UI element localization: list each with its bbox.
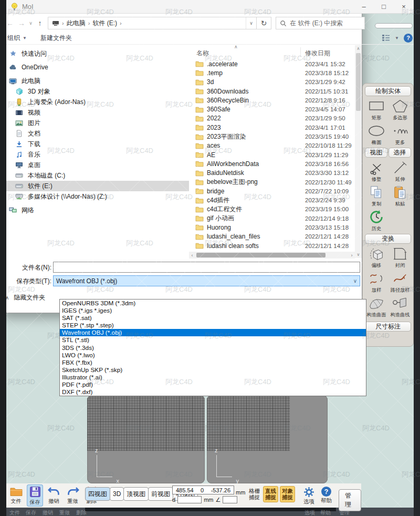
scrollbar-thumb[interactable] <box>196 253 326 257</box>
format-option[interactable]: STEP (*.stp *.step) <box>60 322 366 329</box>
address-bar[interactable]: › 此电脑 › 软件 (E:) › ∨ <box>48 17 257 29</box>
tool-button[interactable]: 延伸 <box>388 159 412 183</box>
tool-button[interactable]: 构造曲面 <box>364 294 388 319</box>
options-button[interactable]: 选项 <box>303 487 314 505</box>
address-dropdown-icon[interactable]: ∨ <box>246 17 256 29</box>
sidebar-item[interactable]: 本地磁盘 (C:) <box>0 170 189 181</box>
refresh-button[interactable]: ↻ <box>257 17 271 29</box>
column-header-date[interactable]: 修改日期 <box>305 49 330 58</box>
format-option[interactable]: Illustrator (*.ai) <box>60 374 366 381</box>
column-header-name[interactable]: 名称 <box>196 49 209 58</box>
file-row[interactable]: 360Safe2023/4/5 14:07 <box>189 105 355 113</box>
tool-button[interactable]: 历史 <box>364 208 388 233</box>
file-row[interactable]: 20222023/1/29 9:50 <box>189 114 355 123</box>
sidebar-item[interactable]: 多媒体设计 (\\Ador-Nas) (Z:) <box>0 191 189 202</box>
format-option[interactable]: STL (*.stl) <box>60 336 366 344</box>
sidebar-item[interactable]: 上海爱朵 (Ador-Nas) <box>0 97 189 107</box>
panel-tab[interactable]: 视图 <box>365 148 387 158</box>
scroll-down-icon[interactable]: ∨ <box>355 251 362 258</box>
toolbar-undo-button[interactable]: 撤销 <box>46 484 62 507</box>
viewport-front[interactable]: z x <box>87 395 205 483</box>
sidebar-item[interactable]: OneDrive <box>0 62 189 73</box>
file-row[interactable]: AliWorkbenchData2023/3/18 16:56 <box>189 159 355 168</box>
sidebar-item[interactable]: 图片 <box>0 118 189 128</box>
scroll-right-icon[interactable]: › <box>349 252 355 259</box>
sidebar-item[interactable]: 文档 <box>0 128 189 139</box>
sidebar-item[interactable]: 视频 <box>0 107 189 118</box>
file-row[interactable]: .accelerate2023/4/1 15:32 <box>189 59 355 68</box>
tool-button[interactable]: 路径放样 <box>388 270 412 294</box>
tool-button[interactable]: 粘贴 <box>388 183 412 208</box>
format-option[interactable]: DXF (*.dxf) <box>60 388 366 396</box>
angle-input[interactable] <box>223 496 237 503</box>
breadcrumb-drive[interactable]: 软件 (E:) <box>92 19 117 28</box>
help-icon[interactable]: ? <box>404 34 413 43</box>
view-button[interactable]: 前视图 <box>148 487 173 501</box>
tool-button[interactable]: 放样 <box>364 270 388 294</box>
views-icon[interactable] <box>382 34 390 42</box>
tool-button[interactable]: 矩形 <box>364 97 388 122</box>
toolbar-folder-button[interactable]: 文件 <box>8 484 24 507</box>
file-row[interactable]: ludashi clean softs2022/12/1 14:28 <box>189 241 355 250</box>
breadcrumb-this-pc[interactable]: 此电脑 <box>67 19 86 28</box>
sidebar-item[interactable]: 此电脑 <box>0 76 189 86</box>
tool-button[interactable]: 构造曲线 <box>388 294 412 319</box>
new-folder-button[interactable]: 新建文件夹 <box>40 34 72 43</box>
view-button[interactable]: 四视图 <box>85 487 110 501</box>
hide-folders-button[interactable]: ∧ 隐藏文件夹 <box>5 293 45 302</box>
horizontal-scrollbar[interactable]: ‹ › <box>189 252 355 259</box>
view-button[interactable]: 顶视图 <box>123 487 149 501</box>
file-row[interactable]: aces2022/10/18 11:29 <box>189 141 355 150</box>
file-row[interactable]: Huorong2023/3/13 15:18 <box>189 223 355 232</box>
file-row[interactable]: 360RecycleBin2022/12/8 9:16 <box>189 96 355 105</box>
tool-button[interactable]: 更多 <box>388 122 412 147</box>
sidebar-item[interactable]: 下载 <box>0 139 189 149</box>
vertical-scrollbar[interactable]: ∧ ∨ <box>355 45 362 258</box>
viewport-right[interactable]: z y <box>207 395 328 483</box>
tool-button[interactable]: 复制 <box>364 183 388 208</box>
format-option[interactable]: OpenNURBS 3DM (*.3dm) <box>60 300 366 307</box>
file-row[interactable]: 360Downloads2022/11/5 10:31 <box>189 87 355 96</box>
minimize-button[interactable]: – <box>354 0 374 13</box>
format-option[interactable]: PDF (*.pdf) <box>60 381 366 388</box>
file-row[interactable]: gif 小动画2022/12/14 9:18 <box>189 214 355 223</box>
up-button[interactable]: ↑ <box>34 19 46 27</box>
format-option[interactable]: FBX (*.fbx) <box>60 359 366 366</box>
sidebar-item[interactable]: 软件 (E:) <box>0 181 189 191</box>
search-input[interactable] <box>290 19 361 27</box>
file-row[interactable]: BaiduNetdisk2023/3/30 13:12 <box>189 169 355 178</box>
help-button[interactable]: ? 帮助 <box>321 487 332 504</box>
snap-toggle[interactable]: 直线捕捉 <box>263 486 278 502</box>
close-button[interactable]: × <box>394 0 414 13</box>
tool-button[interactable]: 多边形 <box>388 97 412 122</box>
chevron-down-icon[interactable]: ▼ <box>395 36 399 40</box>
format-option[interactable]: 3DS (*.3ds) <box>60 344 366 352</box>
file-row[interactable]: ludashi_clean_files2022/12/1 14:28 <box>189 232 355 241</box>
file-row[interactable]: .temp2023/3/18 15:12 <box>189 68 355 77</box>
file-row[interactable]: c4d工程文件2023/3/19 15:00 <box>189 205 355 214</box>
organize-button[interactable]: 组织 ▼ <box>7 34 27 43</box>
snap-toggle[interactable]: 对象捕捉 <box>280 486 295 502</box>
file-row[interactable]: bebelove主图-png2022/12/30 11:49 <box>189 178 355 187</box>
scroll-up-icon[interactable]: ∧ <box>355 45 362 52</box>
scroll-left-icon[interactable]: ‹ <box>189 252 195 259</box>
maximize-button[interactable]: □ <box>374 0 394 13</box>
tool-button[interactable]: 偏移 <box>364 245 388 270</box>
distance-input[interactable] <box>177 496 202 503</box>
format-option[interactable]: IGES (*.igs *.iges) <box>60 307 366 314</box>
file-row[interactable]: AE2023/1/29 11:29 <box>189 150 355 159</box>
sidebar-item[interactable]: 桌面 <box>0 160 189 170</box>
sidebar-item[interactable]: 3D 对象 <box>0 86 189 97</box>
savetype-combobox[interactable]: Wavefront OBJ (*.obj) ∨ <box>53 275 360 286</box>
file-row[interactable]: 3d2023/1/29 9:42 <box>189 78 355 87</box>
sidebar-item[interactable]: 快速访问 <box>0 48 189 59</box>
manage-button[interactable]: 管理 <box>339 489 361 511</box>
file-row[interactable]: 2023平面渲染2023/3/15 19:40 <box>189 132 355 141</box>
file-row[interactable]: 20232023/4/1 17:01 <box>189 123 355 132</box>
tool-button[interactable]: 修整 <box>364 159 388 183</box>
history-dropdown-icon[interactable]: ∨ <box>27 20 34 26</box>
filename-input[interactable] <box>53 262 360 273</box>
file-row[interactable]: bridge2022/7/22 10:09 <box>189 187 355 195</box>
forward-button[interactable]: → <box>16 19 27 27</box>
format-option[interactable]: Wavefront OBJ (*.obj) <box>60 329 366 336</box>
